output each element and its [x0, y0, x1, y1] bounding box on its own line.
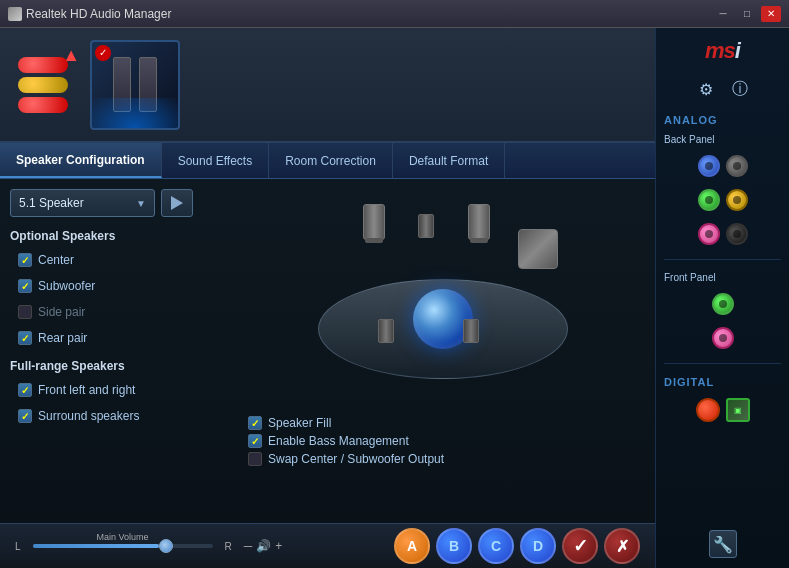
side-pair-checkbox[interactable] — [18, 305, 32, 319]
front-lr-label: Front left and right — [38, 383, 135, 397]
jack-green-1[interactable] — [698, 189, 720, 211]
center-checkbox[interactable] — [18, 253, 32, 267]
rear-pair-label: Rear pair — [38, 331, 87, 345]
cable-red-2 — [18, 97, 68, 113]
speaker-small-rear-right — [463, 319, 479, 343]
digital-label: DIGITAL — [664, 376, 714, 388]
cable-arrow-icon: ▲ — [62, 45, 80, 66]
jack-pink-front[interactable] — [712, 327, 734, 349]
jack-gold-1[interactable] — [726, 189, 748, 211]
volume-track[interactable] — [33, 544, 213, 548]
profile-b-button[interactable]: B — [436, 528, 472, 564]
chevron-down-icon: ▼ — [136, 198, 146, 209]
tabs-bar: Speaker Configuration Sound Effects Room… — [0, 143, 655, 179]
divider-2 — [664, 363, 781, 364]
rear-pair-checkbox[interactable] — [18, 331, 32, 345]
wrench-icon: 🔧 — [713, 535, 733, 554]
checkbox-speaker-fill: Speaker Fill — [240, 414, 645, 432]
surround-label: Surround speakers — [38, 409, 139, 423]
profile-buttons: A B C D ✓ ✗ — [394, 528, 640, 564]
title-bar: Realtek HD Audio Manager ─ □ ✕ — [0, 0, 789, 28]
volume-thumb[interactable] — [159, 539, 173, 553]
volume-fill — [33, 544, 159, 548]
analog-label: ANALOG — [664, 114, 718, 126]
digital-jacks-row: ▣ — [696, 398, 750, 422]
app-icon — [8, 7, 22, 21]
rear-right-speaker — [463, 319, 479, 343]
fullrange-speakers-title: Full-range Speakers — [10, 359, 230, 373]
left-controls: 5.1 Speaker ▼ Optional Speakers Center S… — [10, 189, 230, 513]
jack-green-front[interactable] — [712, 293, 734, 315]
cable-red — [18, 57, 68, 73]
app-title: Realtek HD Audio Manager — [26, 7, 171, 21]
bottom-bar: L Main Volume R ─ 🔊 + A B C D ✓ — [0, 523, 655, 568]
volume-minus-icon: ─ — [244, 539, 253, 553]
back-panel-jacks-row-3 — [698, 223, 748, 245]
content-area: 5.1 Speaker ▼ Optional Speakers Center S… — [0, 179, 655, 523]
tab-default-format[interactable]: Default Format — [393, 143, 505, 178]
speaker-fill-checkbox[interactable] — [248, 416, 262, 430]
jack-digital-sq[interactable]: ▣ — [726, 398, 750, 422]
speaker-3d-front-right — [468, 204, 490, 240]
center-label: Center — [38, 253, 74, 267]
center-visualization: Speaker Fill Enable Bass Management Swap… — [240, 189, 645, 513]
divider-1 — [664, 259, 781, 260]
right-channel-label: R — [225, 541, 232, 552]
msi-logo: msi — [705, 38, 740, 64]
title-bar-left: Realtek HD Audio Manager — [8, 7, 171, 21]
jack-optical[interactable] — [696, 398, 720, 422]
jack-black-1[interactable] — [726, 223, 748, 245]
volume-plus-label: + — [275, 539, 282, 553]
front-center-speaker — [418, 214, 434, 238]
volume-container: Main Volume — [33, 544, 213, 548]
jack-gray-1[interactable] — [726, 155, 748, 177]
speaker-small-rear-left — [378, 319, 394, 343]
checkbox-front-lr: Front left and right — [10, 381, 230, 399]
subwoofer-checkbox[interactable] — [18, 279, 32, 293]
options-section: Speaker Fill Enable Bass Management Swap… — [240, 414, 645, 468]
speaker-stage — [303, 199, 583, 399]
surround-checkbox[interactable] — [18, 409, 32, 423]
wrench-button[interactable]: 🔧 — [709, 530, 737, 558]
volume-speaker-icon: 🔊 — [256, 539, 271, 553]
jack-blue-1[interactable] — [698, 155, 720, 177]
jack-pink-1[interactable] — [698, 223, 720, 245]
checkbox-side-pair: Side pair — [10, 303, 230, 321]
play-button[interactable] — [161, 189, 193, 217]
speaker-dropdown[interactable]: 5.1 Speaker ▼ — [10, 189, 155, 217]
rear-left-speaker — [378, 319, 394, 343]
cable-icon — [18, 57, 68, 113]
tab-sound-effects[interactable]: Sound Effects — [162, 143, 270, 178]
profile-a-button[interactable]: A — [394, 528, 430, 564]
front-left-speaker — [363, 204, 385, 240]
back-panel-jacks-row-2 — [698, 189, 748, 211]
front-panel-jacks-row-1 — [712, 293, 734, 315]
front-panel-label: Front Panel — [664, 272, 716, 283]
back-panel-jacks-row-1 — [698, 155, 748, 177]
maximize-button[interactable]: □ — [737, 6, 757, 22]
gear-icon[interactable]: ⚙ — [694, 77, 718, 101]
checkbox-center: Center — [10, 251, 230, 269]
profile-c-button[interactable]: C — [478, 528, 514, 564]
speaker-sub — [518, 229, 558, 269]
cancel-profile-button[interactable]: ✗ — [604, 528, 640, 564]
info-icon[interactable]: ⓘ — [728, 77, 752, 101]
minimize-button[interactable]: ─ — [713, 6, 733, 22]
front-lr-checkbox[interactable] — [18, 383, 32, 397]
confirm-button[interactable]: ✓ — [562, 528, 598, 564]
swap-center-checkbox[interactable] — [248, 452, 262, 466]
device-glow — [92, 98, 178, 128]
left-channel-label: L — [15, 541, 21, 552]
subwoofer-label: Subwoofer — [38, 279, 95, 293]
checkbox-swap-center: Swap Center / Subwoofer Output — [240, 450, 645, 468]
close-button[interactable]: ✕ — [761, 6, 781, 22]
main-volume-label: Main Volume — [97, 532, 149, 542]
right-panel: msi ⚙ ⓘ ANALOG Back Panel Front Panel — [655, 28, 789, 568]
bass-management-checkbox[interactable] — [248, 434, 262, 448]
speaker-device-icon[interactable]: ✓ — [90, 40, 180, 130]
profile-d-button[interactable]: D — [520, 528, 556, 564]
tab-room-correction[interactable]: Room Correction — [269, 143, 393, 178]
device-header: ▲ ✓ — [0, 28, 655, 143]
tab-speaker-configuration[interactable]: Speaker Configuration — [0, 143, 162, 178]
left-panel: ▲ ✓ Speaker Configuration Sound Effects … — [0, 28, 655, 568]
